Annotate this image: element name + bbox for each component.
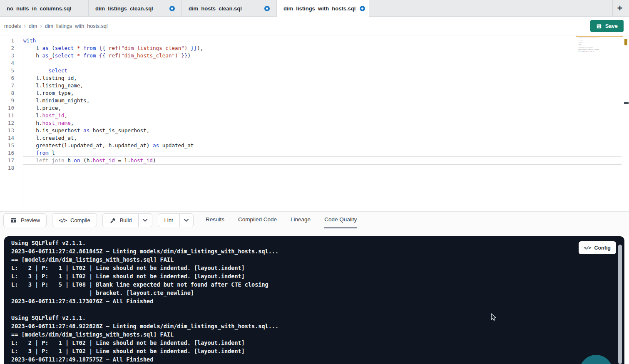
code-line[interactable] [23,164,622,172]
editor-tab[interactable]: dim_listings_with_hosts.sql [277,0,369,17]
panel-tab[interactable]: Code Quality [324,212,357,228]
line-number: 12 [0,119,23,127]
terminal-line: L: 3 | P: 5 | LT08 | Blank line expected… [11,280,624,289]
line-number: 14 [0,134,23,142]
editor-tab[interactable]: dim_hosts_clean.sql [182,0,277,17]
editor-tab-bar: no_nulls_in_columns.sqldim_listings_clea… [0,0,629,17]
code-line[interactable]: l.host_id, [23,112,622,119]
code-line[interactable] [576,52,623,52]
terminal-line: L: 2 | P: 1 | LT02 | Line should not be … [11,339,624,347]
code-line[interactable]: l.price, [23,104,622,112]
build-button[interactable]: Build [103,214,138,227]
lint-label: Lint [164,217,173,223]
overview-ruler[interactable] [623,35,629,211]
tab-label: dim_listings_clean.sql [95,5,153,12]
tab-label: no_nulls_in_columns.sql [7,5,71,12]
chevron-down-icon [143,219,147,222]
plus-icon: + [617,4,623,13]
config-button[interactable]: </> Config [579,241,616,254]
lint-button-group: Lint [158,213,194,227]
line-number: 3 [0,52,23,59]
preview-label: Preview [21,217,40,223]
code-line[interactable]: greatest(l.updated_at, h.updated_at) as … [23,142,622,149]
tabbar-divider [612,0,613,17]
line-number: 16 [0,149,23,157]
line-number: 8 [0,89,23,97]
code-line[interactable]: with [23,37,622,45]
minimap-content: with l as (select * from {{ ref("dim_lis… [576,35,623,53]
line-number: 2 [0,45,23,52]
line-number: 5 [0,67,23,74]
code-icon: </> [584,245,591,250]
line-number: 1 [0,37,23,45]
code-line[interactable]: h.host_name, [23,119,622,127]
editor-tab[interactable]: no_nulls_in_columns.sql [0,0,89,17]
line-number: 13 [0,127,23,134]
terminal-line: Using SQLFluff v2.1.1. [11,239,624,247]
tab-label: dim_listings_with_hosts.sql [283,5,356,12]
config-label: Config [594,245,611,251]
save-button[interactable]: Save [590,20,624,32]
floppy-icon [596,23,602,29]
terminal-line: 2023-06-06T11:27:49.187575Z — All Finish… [11,355,624,364]
code-line[interactable]: l.created_at, [23,134,622,142]
code-line[interactable]: select [23,67,622,74]
line-number: 9 [0,97,23,104]
line-number: 17 [0,157,23,164]
unsaved-dot-icon [264,6,270,11]
breadcrumb-separator-icon: › [24,22,26,29]
code-line[interactable]: l.listing_name, [23,82,622,89]
code-line[interactable]: l.room_type, [23,89,622,97]
code-line[interactable]: from l [23,149,622,157]
chevron-down-icon [184,219,189,222]
lint-dropdown-button[interactable] [179,214,193,227]
terminal-line: == [models/dim/dim_listings_with_hosts.s… [11,330,624,339]
panel-tab[interactable]: Results [206,212,224,228]
code-editor[interactable]: 123456789101112131415161718 with l as (s… [0,35,629,212]
tab-label: dim_hosts_clean.sql [189,5,242,12]
terminal-line [11,305,624,314]
code-line[interactable] [23,59,622,67]
editor-tab[interactable]: dim_listings_clean.sql [89,0,182,17]
terminal-line: L: 3 | P: 1 | LT02 | Line should not be … [11,347,624,355]
table-icon [10,217,17,224]
panel-tab[interactable]: Compiled Code [238,212,277,228]
compile-button[interactable]: </> Compile [52,213,97,227]
terminal-line: 2023-06-06T11:27:48.922828Z — Linting mo… [11,322,624,330]
panel-tab[interactable]: Lineage [291,212,311,228]
code-line[interactable]: left join h on (h.host_id = l.host_id) [23,157,622,164]
line-number: 4 [0,59,23,67]
code-icon: </> [59,218,67,223]
terminal-line: 2023-06-06T11:27:42.861845Z — Linting mo… [11,247,624,255]
terminal-scrollbar[interactable] [618,245,622,364]
unsaved-dot-icon [169,6,175,11]
save-label: Save [605,23,618,29]
code-line[interactable]: l as (select * from {{ ref("dim_listings… [23,45,622,52]
new-tab-button[interactable]: + [613,2,627,15]
terminal-line: L: 3 | P: 1 | LT02 | Line should not be … [11,272,624,280]
terminal-line: | bracket. [layout.cte_newline] [11,289,624,297]
preview-button[interactable]: Preview [3,213,47,227]
code-line[interactable]: h as (select * from {{ ref("dim_hosts_cl… [23,52,622,59]
panel-tab-list: ResultsCompiled CodeLineageCode Quality [206,212,357,228]
line-number: 11 [0,112,23,119]
code-content[interactable]: with l as (select * from {{ ref("dim_lis… [23,37,622,172]
code-line[interactable]: l.listing_id, [23,74,622,82]
breadcrumb: models›dim›dim_listings_with_hosts.sql [4,17,108,35]
line-number-gutter: 123456789101112131415161718 [0,37,23,172]
code-line[interactable]: h.is_superhost as host_is_superhost, [23,127,622,134]
compile-label: Compile [70,217,90,223]
terminal-line: 2023-06-06T11:27:43.173076Z — All Finish… [11,297,624,305]
terminal-line: L: 2 | P: 1 | LT02 | Line should not be … [11,264,624,272]
warning-marker [624,39,627,45]
scroll-position-marker [624,102,629,104]
breadcrumb-separator-icon: › [40,22,42,29]
lint-button[interactable]: Lint [158,214,179,227]
line-number: 7 [0,82,23,89]
code-line[interactable]: l.minimum_nights, [23,97,622,104]
bottom-panel-bar: Preview </> Compile Build Lint [0,212,629,236]
line-number: 18 [0,164,23,172]
build-dropdown-button[interactable] [138,214,152,227]
file-header-bar: models›dim›dim_listings_with_hosts.sql S… [0,17,629,35]
minimap[interactable]: with l as (select * from {{ ref("dim_lis… [576,35,623,54]
